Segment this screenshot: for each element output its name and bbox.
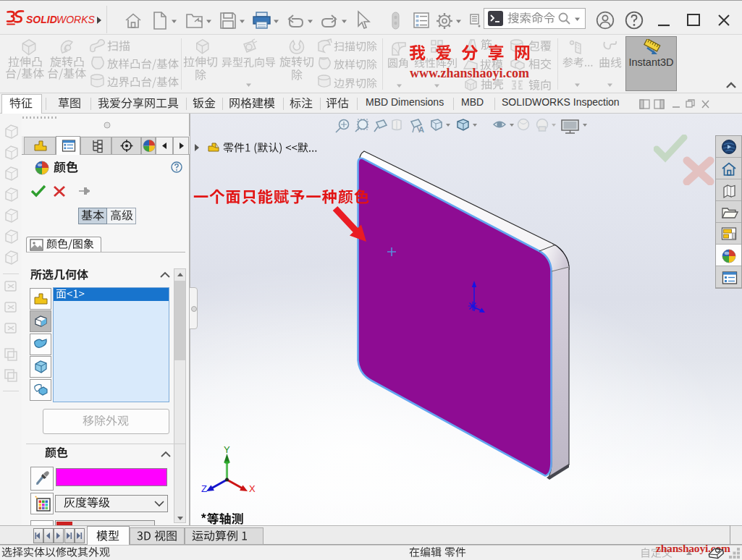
svg-text:Y: Y <box>224 444 230 455</box>
svg-text:X: X <box>249 483 256 494</box>
svg-text:WORKS: WORKS <box>56 14 96 25</box>
svg-text:Z: Z <box>201 483 207 494</box>
svg-text:A: A <box>418 125 424 134</box>
svg-text:SOLID: SOLID <box>26 14 57 25</box>
